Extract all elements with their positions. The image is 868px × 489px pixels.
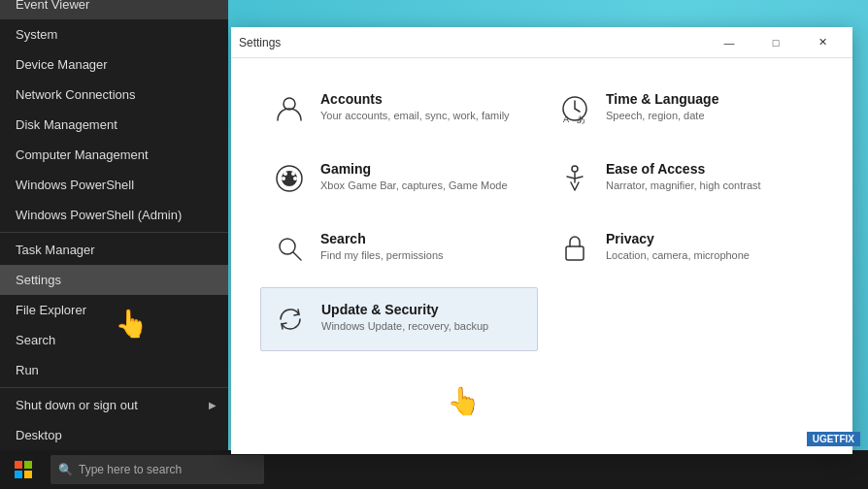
start-menu-item-event-viewer[interactable]: Event Viewer	[0, 0, 228, 19]
watermark: UGETFIX	[807, 432, 860, 446]
settings-item-search[interactable]: Search Find my files, permissions	[260, 217, 538, 279]
start-menu-item-windows-powershell[interactable]: Windows PowerShell	[0, 170, 228, 200]
start-menu-divider-2	[0, 387, 228, 388]
start-menu-item-computer-management[interactable]: Computer Management	[0, 140, 228, 170]
settings-item-gaming[interactable]: Gaming Xbox Game Bar, captures, Game Mod…	[260, 147, 538, 210]
settings-content: Accounts Your accounts, email, sync, wor…	[231, 58, 852, 454]
start-menu-item-windows-powershell-admin[interactable]: Windows PowerShell (Admin)	[0, 200, 228, 230]
search-text: Search Find my files, permissions	[320, 231, 444, 262]
privacy-text: Privacy Location, camera, microphone	[606, 231, 750, 262]
accounts-text: Accounts Your accounts, email, sync, wor…	[320, 91, 510, 122]
svg-point-6	[284, 172, 287, 176]
ease-of-access-text: Ease of Access Narrator, magnifier, high…	[606, 161, 761, 192]
settings-grid: Accounts Your accounts, email, sync, wor…	[260, 78, 823, 351]
window-titlebar: Settings — □ ✕	[231, 27, 852, 58]
settings-item-ease-of-access[interactable]: Ease of Access Narrator, magnifier, high…	[546, 147, 823, 210]
search-settings-icon	[272, 231, 307, 266]
window-controls: — □ ✕	[707, 27, 845, 58]
svg-line-12	[293, 252, 301, 260]
svg-point-10	[572, 166, 578, 172]
start-menu-item-task-manager[interactable]: Task Manager	[0, 235, 228, 265]
start-menu-item-run[interactable]: Run	[0, 355, 228, 385]
svg-text:あ: あ	[577, 114, 585, 124]
taskbar-search-icon: 🔍	[58, 463, 73, 476]
settings-item-time-language[interactable]: A あ Time & Language Speech, region, date	[546, 78, 823, 140]
update-security-icon	[273, 302, 308, 337]
svg-point-7	[291, 172, 295, 176]
settings-item-accounts[interactable]: Accounts Your accounts, email, sync, wor…	[260, 78, 538, 140]
taskbar-search-bar[interactable]: 🔍 Type here to search	[50, 455, 264, 484]
privacy-icon	[557, 231, 592, 266]
update-security-text: Update & Security Windows Update, recove…	[321, 302, 488, 333]
start-menu-item-file-explorer[interactable]: File Explorer	[0, 295, 228, 325]
windows-logo-icon	[15, 461, 32, 478]
ease-of-access-icon	[557, 161, 592, 196]
start-menu-item-desktop[interactable]: Desktop	[0, 420, 228, 450]
start-menu-item-shut-down[interactable]: Shut down or sign out ▶	[0, 390, 228, 420]
start-menu-divider-1	[0, 232, 228, 233]
window-title: Settings	[239, 36, 707, 49]
svg-point-8	[282, 177, 285, 180]
gaming-text: Gaming Xbox Game Bar, captures, Game Mod…	[320, 161, 508, 192]
accounts-icon	[272, 91, 307, 126]
minimize-button[interactable]: —	[707, 27, 751, 58]
taskbar: 🔍 Type here to search	[0, 450, 868, 489]
start-menu-item-device-manager[interactable]: Device Manager	[0, 49, 228, 80]
svg-rect-13	[566, 246, 584, 260]
start-menu-item-search[interactable]: Search	[0, 325, 228, 355]
start-menu-item-settings[interactable]: Settings	[0, 265, 228, 295]
shut-down-arrow: ▶	[209, 400, 217, 410]
time-language-text: Time & Language Speech, region, date	[606, 91, 718, 122]
start-menu-item-disk-management[interactable]: Disk Management	[0, 110, 228, 140]
svg-text:A: A	[563, 114, 569, 124]
time-language-icon: A あ	[557, 91, 592, 126]
settings-item-privacy[interactable]: Privacy Location, camera, microphone	[546, 217, 823, 279]
settings-window: Settings — □ ✕ Accounts Your accounts, e…	[231, 27, 852, 454]
maximize-button[interactable]: □	[753, 27, 798, 58]
svg-point-9	[293, 177, 297, 180]
start-button[interactable]	[0, 450, 47, 489]
taskbar-search-label: Type here to search	[79, 463, 182, 476]
close-button[interactable]: ✕	[800, 27, 845, 58]
start-menu-item-network-connections[interactable]: Network Connections	[0, 80, 228, 110]
start-menu: Apps and Features Power Options Event Vi…	[0, 0, 228, 450]
start-menu-item-system[interactable]: System	[0, 19, 228, 49]
svg-point-0	[284, 98, 295, 110]
gaming-icon	[272, 161, 307, 196]
settings-item-update-security[interactable]: Update & Security Windows Update, recove…	[260, 287, 538, 351]
